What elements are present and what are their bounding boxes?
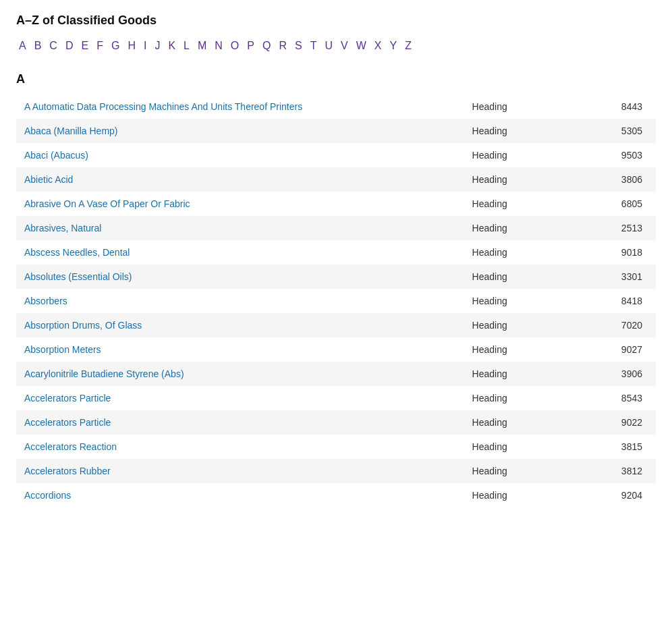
table-row: Absolutes (Essential Oils)Heading3301	[16, 265, 656, 289]
table-row: Accelerators ReactionHeading3815	[16, 435, 656, 459]
goods-link[interactable]: A Automatic Data Processing Machines And…	[24, 101, 302, 112]
goods-code: 3806	[560, 167, 656, 192]
goods-link[interactable]: Acarylonitrile Butadiene Styrene (Abs)	[24, 368, 184, 379]
table-row: A Automatic Data Processing Machines And…	[16, 94, 656, 119]
alphabet-link-n[interactable]: N	[212, 38, 225, 53]
alphabet-link-t[interactable]: T	[308, 38, 320, 53]
goods-type: Heading	[464, 167, 560, 192]
alphabet-link-j[interactable]: J	[152, 38, 163, 53]
goods-type: Heading	[464, 337, 560, 362]
goods-code: 9204	[560, 483, 656, 507]
goods-type: Heading	[464, 459, 560, 483]
goods-link[interactable]: Abaci (Abacus)	[24, 150, 88, 161]
alphabet-link-x[interactable]: X	[372, 38, 385, 53]
table-row: Abietic AcidHeading3806	[16, 167, 656, 192]
table-row: Abrasives, NaturalHeading2513	[16, 216, 656, 240]
goods-link[interactable]: Abrasives, Natural	[24, 223, 101, 233]
alphabet-link-v[interactable]: V	[338, 38, 351, 53]
alphabet-link-r[interactable]: R	[276, 38, 289, 53]
alphabet-link-h[interactable]: H	[125, 38, 138, 53]
goods-type: Heading	[464, 435, 560, 459]
alphabet-link-s[interactable]: S	[292, 38, 305, 53]
goods-link[interactable]: Abscess Needles, Dental	[24, 247, 130, 258]
goods-link[interactable]: Accelerators Rubber	[24, 466, 111, 476]
goods-code: 8543	[560, 386, 656, 410]
goods-code: 6805	[560, 192, 656, 216]
goods-code: 9018	[560, 240, 656, 265]
table-row: Absorption Drums, Of GlassHeading7020	[16, 313, 656, 337]
goods-type: Heading	[464, 313, 560, 337]
goods-link[interactable]: Abaca (Manilla Hemp)	[24, 126, 118, 136]
alphabet-link-i[interactable]: I	[141, 38, 149, 53]
goods-type: Heading	[464, 362, 560, 386]
goods-type: Heading	[464, 265, 560, 289]
goods-code: 9027	[560, 337, 656, 362]
table-row: AbsorbersHeading8418	[16, 289, 656, 313]
goods-type: Heading	[464, 216, 560, 240]
goods-type: Heading	[464, 386, 560, 410]
goods-type: Heading	[464, 94, 560, 119]
alphabet-link-o[interactable]: O	[228, 38, 242, 53]
goods-type: Heading	[464, 119, 560, 143]
goods-link[interactable]: Accelerators Particle	[24, 417, 111, 428]
goods-type: Heading	[464, 410, 560, 435]
goods-table: A Automatic Data Processing Machines And…	[16, 94, 656, 507]
alphabet-navigation: ABCDEFGHIJKLMNOPQRSTUVWXYZ	[16, 38, 656, 53]
alphabet-link-b[interactable]: B	[32, 38, 45, 53]
alphabet-link-f[interactable]: F	[94, 38, 106, 53]
alphabet-link-a[interactable]: A	[16, 38, 29, 53]
alphabet-link-l[interactable]: L	[181, 38, 192, 53]
table-row: Acarylonitrile Butadiene Styrene (Abs)He…	[16, 362, 656, 386]
table-row: Accelerators RubberHeading3812	[16, 459, 656, 483]
goods-link[interactable]: Abietic Acid	[24, 174, 73, 185]
alphabet-link-z[interactable]: Z	[402, 38, 414, 53]
goods-code: 9503	[560, 143, 656, 167]
goods-code: 3815	[560, 435, 656, 459]
alphabet-link-p[interactable]: P	[244, 38, 257, 53]
goods-link[interactable]: Absorption Drums, Of Glass	[24, 320, 142, 331]
alphabet-link-u[interactable]: U	[322, 38, 335, 53]
alphabet-link-d[interactable]: D	[63, 38, 76, 53]
goods-link[interactable]: Abrasive On A Vase Of Paper Or Fabric	[24, 198, 190, 209]
goods-link[interactable]: Absorption Meters	[24, 344, 101, 355]
table-row: Abaci (Abacus)Heading9503	[16, 143, 656, 167]
table-row: Accelerators ParticleHeading9022	[16, 410, 656, 435]
table-row: AccordionsHeading9204	[16, 483, 656, 507]
goods-type: Heading	[464, 483, 560, 507]
goods-code: 5305	[560, 119, 656, 143]
table-row: Abaca (Manilla Hemp)Heading5305	[16, 119, 656, 143]
alphabet-link-e[interactable]: E	[78, 38, 91, 53]
goods-type: Heading	[464, 289, 560, 313]
alphabet-link-c[interactable]: C	[47, 38, 60, 53]
goods-code: 3812	[560, 459, 656, 483]
goods-type: Heading	[464, 240, 560, 265]
alphabet-link-k[interactable]: K	[165, 38, 178, 53]
goods-code: 3906	[560, 362, 656, 386]
goods-link[interactable]: Accordions	[24, 490, 71, 501]
alphabet-link-w[interactable]: W	[354, 38, 369, 53]
goods-code: 7020	[560, 313, 656, 337]
goods-code: 8418	[560, 289, 656, 313]
goods-code: 9022	[560, 410, 656, 435]
goods-type: Heading	[464, 192, 560, 216]
table-row: Abscess Needles, DentalHeading9018	[16, 240, 656, 265]
table-row: Abrasive On A Vase Of Paper Or FabricHea…	[16, 192, 656, 216]
alphabet-link-y[interactable]: Y	[387, 38, 399, 53]
goods-code: 8443	[560, 94, 656, 119]
goods-link[interactable]: Accelerators Reaction	[24, 441, 117, 452]
alphabet-link-g[interactable]: G	[109, 38, 122, 53]
alphabet-link-m[interactable]: M	[195, 38, 209, 53]
goods-link[interactable]: Absorbers	[24, 296, 67, 306]
goods-link[interactable]: Absolutes (Essential Oils)	[24, 271, 132, 282]
page-title: A–Z of Classified Goods	[16, 13, 656, 28]
section-heading-a: A	[16, 72, 656, 86]
table-row: Accelerators ParticleHeading8543	[16, 386, 656, 410]
alphabet-link-q[interactable]: Q	[260, 38, 273, 53]
table-row: Absorption MetersHeading9027	[16, 337, 656, 362]
goods-type: Heading	[464, 143, 560, 167]
goods-link[interactable]: Accelerators Particle	[24, 393, 111, 404]
goods-code: 3301	[560, 265, 656, 289]
goods-code: 2513	[560, 216, 656, 240]
